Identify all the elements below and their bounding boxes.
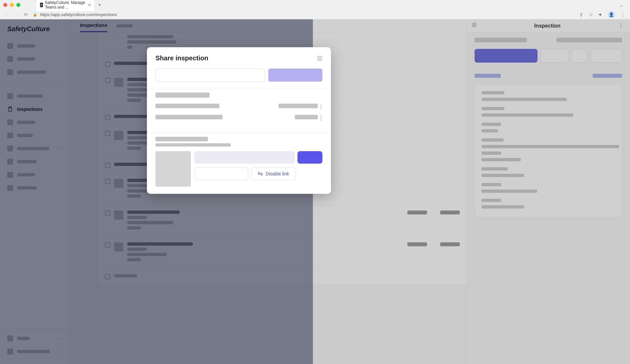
permission-level[interactable] xyxy=(295,115,318,119)
sidebar-item[interactable]: › xyxy=(0,345,69,358)
sidebar: SafetyCulture Inspections › › › xyxy=(0,19,70,364)
url-text: https://app.safetyculture.com/inspection… xyxy=(40,12,117,17)
sidebar-item[interactable]: › xyxy=(0,142,69,155)
permission-row xyxy=(155,115,322,121)
permission-menu-icon[interactable] xyxy=(320,104,322,110)
sidebar-item-inspections[interactable]: Inspections xyxy=(0,103,69,116)
tab-item[interactable] xyxy=(116,24,133,28)
sidebar-item[interactable] xyxy=(0,116,69,129)
window-close-icon[interactable] xyxy=(3,3,7,7)
inspection-detail-panel: Inspection ⋮ xyxy=(466,19,630,364)
link-section: Disable link xyxy=(147,133,331,194)
row-thumbnail xyxy=(114,131,123,140)
row-checkbox[interactable] xyxy=(105,163,110,168)
tab-label: Inspections xyxy=(80,22,107,28)
sidebar-bottom-group: › › xyxy=(0,329,69,358)
share-icon[interactable]: ⇪ xyxy=(579,12,583,18)
tab-close-icon[interactable]: × xyxy=(88,2,91,8)
disable-link-button[interactable]: Disable link xyxy=(251,168,296,180)
sidebar-item[interactable] xyxy=(0,168,69,181)
secondary-action-button[interactable] xyxy=(591,49,622,63)
row-checkbox[interactable] xyxy=(105,179,110,184)
extensions-icon[interactable]: ✦ xyxy=(598,12,602,18)
panel-close-icon[interactable] xyxy=(472,23,477,27)
new-tab-button[interactable]: + xyxy=(98,2,101,8)
list-item[interactable] xyxy=(98,205,466,237)
row-meta xyxy=(407,211,460,232)
row-thumbnail xyxy=(114,211,123,220)
share-input-section xyxy=(147,65,331,89)
detail-header: Inspection ⋮ xyxy=(467,19,630,32)
share-link-field[interactable] xyxy=(194,151,295,164)
chevron-right-icon: › xyxy=(61,146,62,151)
bookmark-icon[interactable]: ☆ xyxy=(589,12,593,18)
secondary-action-button[interactable] xyxy=(541,49,568,63)
sidebar-top-group xyxy=(0,37,69,81)
row-checkbox[interactable] xyxy=(105,211,110,216)
address-bar[interactable]: 🔒 https://app.safetyculture.com/inspecti… xyxy=(33,12,575,17)
sidebar-divider xyxy=(7,84,62,84)
tab-overflow-icon[interactable]: ⌄ xyxy=(620,2,623,8)
browser-tab[interactable]: ✦ SafetyCulture: Manage Teams and ... × xyxy=(37,0,94,11)
row-checkbox[interactable] xyxy=(105,242,110,248)
sidebar-item[interactable] xyxy=(0,129,69,142)
lock-icon: 🔒 xyxy=(33,12,37,17)
permissions-section xyxy=(147,89,331,133)
chevron-right-icon: › xyxy=(61,336,62,341)
sidebar-main-group: Inspections › xyxy=(0,87,69,197)
window-maximize-icon[interactable] xyxy=(16,3,20,7)
clipboard-icon xyxy=(7,106,13,112)
modal-close-button[interactable] xyxy=(317,56,322,61)
permission-level[interactable] xyxy=(278,104,318,108)
disable-link-label: Disable link xyxy=(266,171,289,176)
detail-title: Inspection xyxy=(477,23,618,29)
modal-header: Share inspection xyxy=(147,47,331,65)
sidebar-item[interactable] xyxy=(0,90,69,103)
section-heading xyxy=(155,92,210,98)
qr-code xyxy=(155,151,191,187)
permission-entity xyxy=(155,104,219,108)
sidebar-item[interactable] xyxy=(0,52,69,66)
tab-title: SafetyCulture: Manage Teams and ... xyxy=(45,0,86,10)
detail-menu-button[interactable]: ⋮ xyxy=(618,23,625,29)
sidebar-item[interactable] xyxy=(0,181,69,194)
tab-favicon-icon: ✦ xyxy=(40,3,43,7)
window-minimize-icon[interactable] xyxy=(10,3,14,7)
list-item[interactable] xyxy=(98,269,466,285)
detail-body xyxy=(467,32,630,364)
modal-title: Share inspection xyxy=(155,54,208,62)
back-button[interactable]: ← xyxy=(5,12,10,17)
permission-entity xyxy=(155,115,223,119)
sidebar-item[interactable] xyxy=(0,66,69,79)
row-thumbnail xyxy=(114,78,123,87)
browser-chrome: ✦ SafetyCulture: Manage Teams and ... × … xyxy=(0,0,630,19)
secondary-action-button[interactable] xyxy=(572,49,587,63)
row-checkbox[interactable] xyxy=(105,131,110,136)
row-thumbnail xyxy=(114,179,123,188)
row-checkbox[interactable] xyxy=(105,78,110,83)
link-option-button[interactable] xyxy=(194,168,248,180)
window-controls xyxy=(3,3,20,7)
forward-button[interactable]: → xyxy=(14,12,19,17)
primary-action-button[interactable] xyxy=(475,49,538,63)
sidebar-item[interactable]: › xyxy=(0,332,69,345)
row-checkbox[interactable] xyxy=(105,115,110,120)
profile-avatar[interactable]: 👤 xyxy=(608,11,615,18)
permission-menu-icon[interactable] xyxy=(320,115,322,121)
row-meta xyxy=(407,242,460,263)
tab-inspections[interactable]: Inspections xyxy=(80,22,107,32)
row-checkbox[interactable] xyxy=(105,62,110,67)
row-checkbox[interactable] xyxy=(105,274,110,279)
share-inspection-modal: Share inspection xyxy=(147,47,331,194)
list-item[interactable] xyxy=(98,237,466,269)
share-submit-button[interactable] xyxy=(268,69,322,82)
sidebar-item[interactable] xyxy=(0,39,69,52)
copy-link-button[interactable] xyxy=(297,151,322,164)
link-off-icon xyxy=(258,171,263,176)
share-recipient-input[interactable] xyxy=(155,69,265,82)
reload-button[interactable]: ⟳ xyxy=(24,12,28,18)
browser-menu-icon[interactable]: ⋮ xyxy=(620,12,625,18)
browser-nav-bar: ← → ⟳ 🔒 https://app.safetyculture.com/in… xyxy=(0,10,630,19)
sidebar-item[interactable] xyxy=(0,155,69,168)
chevron-right-icon: › xyxy=(61,349,62,354)
